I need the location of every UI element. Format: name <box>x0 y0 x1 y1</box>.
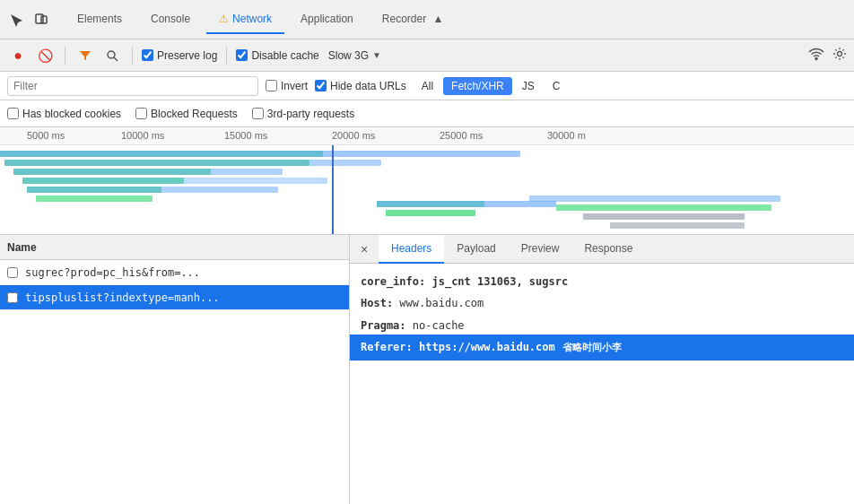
svg-point-4 <box>815 57 817 59</box>
preserve-log-label[interactable]: Preserve log <box>142 49 217 62</box>
network-toolbar: ● 🚫 Preserve log Disable cache Slow 3G ▼ <box>0 39 854 72</box>
filter-type-buttons: All Fetch/XHR JS C <box>414 77 569 95</box>
svg-point-5 <box>838 51 842 56</box>
details-content: core_info: js_cnt 131063, sugsrc Host: w… <box>350 264 854 504</box>
checkboxes-row: Has blocked cookies Blocked Requests 3rd… <box>0 100 854 127</box>
tab-preview[interactable]: Preview <box>509 235 572 264</box>
disable-cache-checkbox[interactable] <box>236 49 248 61</box>
timeline-label-1: 5000 ms <box>27 130 65 141</box>
filter-fetch-xhr-button[interactable]: Fetch/XHR <box>443 77 512 95</box>
header-line-1: core_info: js_cnt 131063, sugsrc <box>361 271 843 292</box>
tab-payload[interactable]: Payload <box>444 235 508 264</box>
search-button[interactable] <box>101 45 123 66</box>
disable-cache-label[interactable]: Disable cache <box>236 49 318 62</box>
timeline-vertical-line <box>332 145 334 235</box>
separator2 <box>132 47 133 65</box>
request-2-name: tipspluslist?indextype=manh... <box>25 291 342 304</box>
filter-c-button[interactable]: C <box>545 77 569 95</box>
timeline-label-2: 10000 ms <box>121 130 164 141</box>
filter-js-button[interactable]: JS <box>514 77 543 95</box>
svg-point-2 <box>108 51 115 58</box>
preserve-log-checkbox[interactable] <box>142 49 153 61</box>
warning-icon: ⚠ <box>219 13 229 25</box>
filter-button[interactable] <box>74 45 96 66</box>
recorder-icon: ▲ <box>433 13 444 25</box>
record-button[interactable]: ● <box>7 45 29 66</box>
has-blocked-cookies-checkbox[interactable] <box>7 108 19 119</box>
has-blocked-cookies-label[interactable]: Has blocked cookies <box>7 108 121 120</box>
tab-recorder[interactable]: Recorder ▲ <box>370 5 457 34</box>
details-panel: × Headers Payload Preview Response core_… <box>350 235 854 504</box>
requests-header: Name <box>0 235 349 260</box>
request-2-checkbox[interactable] <box>7 292 18 303</box>
separator3 <box>226 47 227 65</box>
main-content: Name sugrec?prod=pc_his&from=... tipsplu… <box>0 235 854 504</box>
request-1-checkbox[interactable] <box>7 267 18 278</box>
invert-label[interactable]: Invert <box>266 80 308 92</box>
tab-elements[interactable]: Elements <box>65 5 135 34</box>
tab-network[interactable]: ⚠Network <box>206 5 284 34</box>
devtools-tab-bar: Elements Console ⚠Network Application Re… <box>0 0 854 39</box>
cursor-icon[interactable] <box>7 11 25 29</box>
svg-line-3 <box>114 57 118 61</box>
speed-selector[interactable]: Slow 3G ▼ <box>328 49 381 62</box>
wifi-icon <box>807 45 825 66</box>
filter-bar: Invert Hide data URLs All Fetch/XHR JS C <box>0 72 854 100</box>
timeline-label-6: 30000 m <box>547 130 586 141</box>
details-close-button[interactable]: × <box>353 239 375 260</box>
blocked-requests-label[interactable]: Blocked Requests <box>135 108 238 120</box>
hide-data-urls-label[interactable]: Hide data URLs <box>315 80 406 92</box>
tab-response[interactable]: Response <box>571 235 645 264</box>
tab-application[interactable]: Application <box>288 5 366 34</box>
header-line-pragma: Pragma: no-cache <box>361 315 843 336</box>
speed-arrow-icon: ▼ <box>372 50 381 60</box>
third-party-requests-label[interactable]: 3rd-party requests <box>252 108 354 120</box>
svg-rect-1 <box>41 16 47 23</box>
timeline-waterfall <box>0 145 854 235</box>
blocked-requests-checkbox[interactable] <box>135 108 147 119</box>
third-party-requests-checkbox[interactable] <box>252 108 264 119</box>
header-line-referer[interactable]: Referer: https://www.baidu.com省略时间小李 <box>350 335 854 361</box>
header-line-host: Host: www.baidu.com <box>361 292 843 314</box>
requests-panel: Name sugrec?prod=pc_his&from=... tipsplu… <box>0 235 350 504</box>
details-tabs: × Headers Payload Preview Response <box>350 235 854 264</box>
timeline-ruler: 5000 ms 10000 ms 15000 ms 20000 ms 25000… <box>0 127 854 145</box>
tab-console[interactable]: Console <box>138 5 203 34</box>
block-button[interactable]: 🚫 <box>34 45 56 66</box>
invert-checkbox[interactable] <box>266 80 277 91</box>
filter-input[interactable] <box>7 76 258 96</box>
request-item-2[interactable]: tipspluslist?indextype=manh... <box>0 285 349 310</box>
timeline: 5000 ms 10000 ms 15000 ms 20000 ms 25000… <box>0 127 854 235</box>
gear-icon[interactable] <box>832 47 847 65</box>
timeline-label-3: 15000 ms <box>224 130 267 141</box>
separator <box>65 47 65 65</box>
timeline-label-4: 20000 ms <box>332 130 375 141</box>
request-item-1[interactable]: sugrec?prod=pc_his&from=... <box>0 260 349 285</box>
hide-data-urls-checkbox[interactable] <box>315 80 327 91</box>
device-icon[interactable] <box>32 11 50 29</box>
request-1-name: sugrec?prod=pc_his&from=... <box>25 266 342 279</box>
devtools-icons <box>7 11 50 29</box>
tab-headers[interactable]: Headers <box>379 235 444 264</box>
timeline-label-5: 25000 ms <box>440 130 483 141</box>
filter-all-button[interactable]: All <box>414 77 441 95</box>
